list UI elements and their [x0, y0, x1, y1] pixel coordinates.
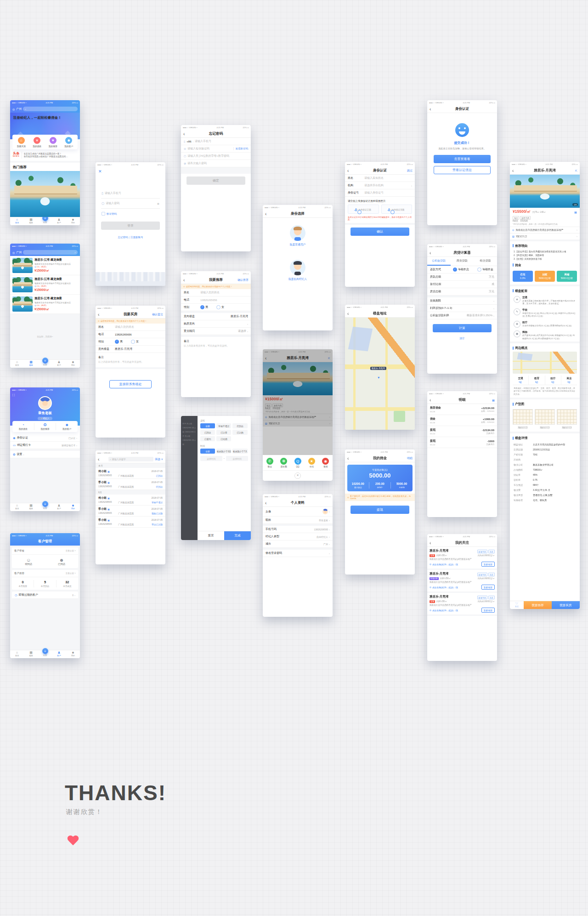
map-pin-icon[interactable]: ▼	[377, 376, 380, 379]
search-input[interactable]: ⌕	[23, 250, 78, 255]
back-icon[interactable]: ‹	[347, 168, 356, 173]
avatar-row[interactable]: 头像›	[263, 507, 333, 517]
back-icon[interactable]: ‹	[347, 456, 356, 461]
repay-label-2[interactable]: 等额本金	[482, 267, 493, 272]
buy-intent-field[interactable]: 购房意向›	[181, 320, 251, 328]
forgot-password-link[interactable]: 忘记密码	[118, 236, 128, 239]
go-home-button[interactable]: 去首页看看	[434, 155, 491, 163]
org-field[interactable]: 机构请选择所在机构›	[345, 182, 415, 189]
skip-link[interactable]: 跳过	[407, 169, 413, 173]
news-ticker[interactable]: 头条NEWS 恭喜张玉成交广州雅居乐花园房间一套！热烈祝贺李思思小姐成交广州雅居…	[10, 149, 80, 163]
unit-row[interactable]: ▤3室1厅1卫›	[263, 420, 333, 427]
date-to-input[interactable]: 选择时间	[226, 456, 248, 461]
client-entry[interactable]: 何小姐▣2018-07-05 13826298565广州雅居乐花园审核不通过	[96, 495, 165, 506]
recommend-button[interactable]: 我要推荐	[481, 608, 495, 613]
share-icon[interactable]: ⇱	[328, 357, 330, 360]
loan-tab[interactable]: 组合贷款	[474, 257, 497, 266]
transaction-row[interactable]: 推荐佣金02-20 +12134.00余额：1234.00	[427, 404, 497, 415]
surroundings-map[interactable]	[513, 352, 577, 374]
around-tab[interactable]: 商业0处	[561, 376, 577, 385]
category-item[interactable]: ⌂我要买房	[13, 137, 29, 148]
back-icon[interactable]: ‹	[430, 107, 439, 112]
filter-chip[interactable]: 已签约	[200, 436, 215, 441]
around-tab[interactable]: 交通0处	[513, 376, 529, 385]
info-row[interactable]: 城市广州›	[263, 540, 333, 548]
upload-id-front[interactable]: 上传身份证正面	[348, 205, 379, 214]
filter-chip[interactable]: 全部	[200, 449, 215, 454]
tab-item[interactable]: ♟客户	[52, 503, 66, 511]
phone-field[interactable]: ▯+86|请输入手机号	[181, 138, 251, 145]
password-field[interactable]: ⬡请输入密码◉	[101, 199, 160, 209]
info-row[interactable]: 手机号码13826208595›	[263, 526, 333, 533]
clear-link[interactable]: 清空	[427, 337, 497, 340]
filter-chip[interactable]: 全部	[200, 423, 215, 428]
repay-radio-1[interactable]	[453, 267, 457, 272]
back-icon[interactable]: ‹	[347, 311, 356, 316]
floorplan-item[interactable]: 3室1厅2卫	[513, 409, 533, 429]
tab-item[interactable]: ♟客户	[52, 360, 66, 368]
share-channel[interactable]: ✆微信	[263, 458, 277, 468]
repay-radio-2[interactable]	[477, 267, 481, 272]
loan-tab[interactable]: 商业贷款	[451, 257, 474, 266]
favorite-button[interactable]: ♡关注	[510, 601, 524, 609]
withdraw-button[interactable]: 提现	[351, 506, 409, 514]
filter-chip[interactable]: 已认筹	[216, 430, 231, 435]
tab-item[interactable]: ⌂首页	[10, 650, 24, 658]
favorite-item[interactable]: 雅居乐-月亮湾配套完善海景 在售约60-250㎡约均价16000元/㎡ 海南省文…	[427, 547, 497, 570]
close-share-sheet[interactable]: ✕	[263, 470, 333, 479]
name-field[interactable]: 姓名请输入您的姓名	[181, 289, 251, 296]
confirm-button[interactable]: 确认	[351, 228, 409, 236]
location-pin-icon[interactable]: ◎	[12, 251, 15, 254]
category-item[interactable]: ¥我的佣金	[29, 137, 45, 148]
contact-sales-button[interactable]: 直接联系售楼处	[109, 380, 152, 388]
transaction-row[interactable]: 佣金02-16 +1000.00余额：1234.00	[427, 415, 497, 426]
tab-item[interactable]: ▦楼盘	[24, 650, 38, 658]
location-pin-icon[interactable]: ◎	[12, 108, 15, 111]
submit-button[interactable]: 确定	[187, 176, 245, 185]
filter-toggle[interactable]: 筛选 ∨	[155, 457, 163, 461]
eye-icon[interactable]: ◉	[157, 202, 159, 205]
tab-item[interactable]: ☻我的	[66, 217, 80, 225]
phone-field[interactable]: 电话13826265656	[181, 296, 251, 304]
address-row[interactable]: ◎海南省文昌市昌洒镇月亮湾起步区雅居乐地产›	[510, 227, 580, 233]
remember-label[interactable]: 验证密码	[107, 212, 117, 216]
client-entry[interactable]: 李小姐▣2018-07-05 13826298565广州雅居乐花园报备已过期	[96, 506, 165, 517]
share-channel[interactable]: ◉微博	[319, 458, 333, 468]
info-row[interactable]: 昵称章鱼老板›	[263, 517, 333, 524]
client-entry[interactable]: 李小姐▣2018-07-05 13826298565广州雅居乐花园待到访	[96, 479, 165, 490]
property-list-item[interactable]: 雅居乐-江湾-藏龙御景 海南省文昌市昌洒镇月亮湾起步区雅居乐 ◎1%（税后） ¥…	[10, 295, 80, 314]
note-placeholder[interactable]: 以上内容未包含所有，可在此处补充说明。	[96, 360, 165, 367]
male-label[interactable]: 男	[205, 305, 208, 309]
share-channel[interactable]: ❁朋友圈	[277, 458, 290, 468]
back-icon[interactable]: ‹	[512, 168, 521, 173]
tab-item[interactable]: ＋推荐	[38, 217, 52, 225]
tab-item[interactable]: ▦楼盘	[24, 503, 38, 511]
country-code[interactable]: +86	[187, 140, 191, 143]
around-tab[interactable]: 教育0处	[529, 376, 545, 385]
note-placeholder[interactable]: 以上内容未包含所有，可在此处补充说明。	[181, 344, 251, 351]
transaction-row[interactable]: 提现02-14 -1000交易成功	[427, 437, 497, 448]
share-channel[interactable]: QQQ	[291, 458, 305, 468]
city-selector[interactable]: 广州	[16, 250, 22, 255]
avatar[interactable]	[38, 396, 52, 410]
filter-chip[interactable]: 待到访	[232, 423, 247, 428]
filter-chip[interactable]: 审核不通过	[216, 423, 231, 428]
hot-property-photo[interactable]	[10, 171, 80, 217]
tab-item[interactable]: ♟客户	[52, 650, 66, 658]
phone-field[interactable]: 电话13826265656	[96, 331, 165, 338]
filter-chip[interactable]: 有效期少于3日	[216, 449, 231, 454]
register-link[interactable]: 注册新账号	[130, 236, 143, 239]
unit-row[interactable]: ▤3室1厅1卫›	[510, 233, 580, 239]
tab-item[interactable]: ☻我的	[66, 503, 80, 511]
news-item[interactable]: 恭喜张玉成交广州雅居乐花园房间一套！	[24, 153, 68, 155]
close-icon[interactable]: ✕	[96, 167, 165, 176]
phone-field[interactable]: ▯请输入手机号	[101, 188, 160, 199]
transaction-row[interactable]: 提现02-14 -12134.00交易成功	[427, 426, 497, 437]
checkbox[interactable]	[102, 212, 105, 216]
news-item[interactable]: 热烈祝贺李思思小姐成交广州雅居乐花园房间…	[24, 155, 68, 158]
calc-input-row[interactable]: 首付比例成	[427, 281, 497, 288]
search-input[interactable]: ⌕请输入关键字	[108, 457, 153, 461]
back-icon[interactable]: ‹	[430, 540, 439, 546]
quick-action-item[interactable]: ☻我的客户	[56, 423, 78, 430]
identity-option-user[interactable]: 我是普通用户	[263, 225, 333, 247]
